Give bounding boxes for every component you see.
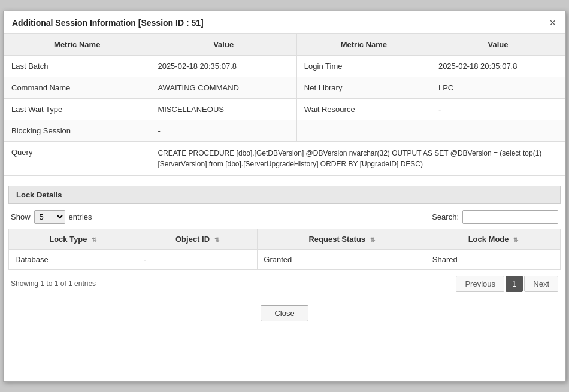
query-row: Query CREATE PROCEDURE [dbo].[GetDBVersi… xyxy=(4,141,565,175)
show-label: Show xyxy=(11,212,31,221)
showing-text: Showing 1 to 1 of 1 entries xyxy=(11,279,96,288)
close-footer-button[interactable]: Close xyxy=(261,305,308,321)
previous-button[interactable]: Previous xyxy=(456,276,504,292)
table-row: Blocking Session - xyxy=(4,120,565,141)
next-button[interactable]: Next xyxy=(524,276,558,292)
lock-table: Lock Type ⇅ Object ID ⇅ Request Status ⇅… xyxy=(8,229,561,270)
query-value: CREATE PROCEDURE [dbo].[GetDBVersion] @D… xyxy=(150,141,565,175)
page-1-button[interactable]: 1 xyxy=(506,276,523,292)
table-row: Last Wait Type MISCELLANEOUS Wait Resour… xyxy=(4,98,565,120)
show-entries-control: Show 5102550100 entries xyxy=(11,210,92,224)
metric-value-1: 2025-02-18 20:35:07.8 xyxy=(150,55,296,77)
lock-mode-cell: Shared xyxy=(426,249,560,269)
object-id-header: Object ID ⇅ xyxy=(137,229,258,249)
lock-mode-sort-icon[interactable]: ⇅ xyxy=(513,236,518,243)
metrics-table: Metric Name Value Metric Name Value Last… xyxy=(4,34,565,176)
metric-name-2: Login Time xyxy=(296,55,431,77)
search-box: Search: xyxy=(432,210,558,224)
lock-controls: Show 5102550100 entries Search: xyxy=(8,210,561,224)
lock-section: Lock Details Show 5102550100 entries Sea… xyxy=(8,186,561,292)
request-status-cell: Granted xyxy=(258,249,426,269)
dialog-close-button[interactable]: × xyxy=(548,17,557,28)
lock-table-row: Database - Granted Shared xyxy=(9,249,561,269)
pagination-buttons: Previous 1 Next xyxy=(456,276,558,292)
lock-type-header: Lock Type ⇅ xyxy=(9,229,137,249)
dialog-container: Additional Session Information [Session … xyxy=(3,11,566,382)
metric-name-2: Wait Resource xyxy=(296,98,431,120)
metric-name-1: Last Wait Type xyxy=(4,98,150,120)
metric-name-2 xyxy=(296,120,431,141)
dialog-title: Additional Session Information [Session … xyxy=(12,18,204,28)
entries-label: entries xyxy=(69,212,92,221)
search-input[interactable] xyxy=(462,210,558,224)
dialog-header: Additional Session Information [Session … xyxy=(4,11,565,34)
metric-name-1: Command Name xyxy=(4,77,150,98)
lock-type-cell: Database xyxy=(9,249,137,269)
metric-value-1: MISCELLANEOUS xyxy=(150,98,296,120)
request-status-header: Request Status ⇅ xyxy=(258,229,426,249)
search-label: Search: xyxy=(432,212,459,221)
object-id-sort-icon[interactable]: ⇅ xyxy=(214,236,219,243)
col-value-1-header: Value xyxy=(150,34,296,55)
metric-name-1: Blocking Session xyxy=(4,120,150,141)
request-status-sort-icon[interactable]: ⇅ xyxy=(370,236,375,243)
table-row: Last Batch 2025-02-18 20:35:07.8 Login T… xyxy=(4,55,565,77)
col-metric-name-2-header: Metric Name xyxy=(296,34,431,55)
metric-value-2: LPC xyxy=(431,77,565,98)
metric-value-1: - xyxy=(150,120,296,141)
metric-value-2: 2025-02-18 20:35:07.8 xyxy=(431,55,565,77)
table-row: Command Name AWAITING COMMAND Net Librar… xyxy=(4,77,565,98)
col-value-2-header: Value xyxy=(431,34,565,55)
entries-select[interactable]: 5102550100 xyxy=(34,210,65,224)
lock-type-sort-icon[interactable]: ⇅ xyxy=(92,236,96,243)
object-id-cell: - xyxy=(137,249,258,269)
col-metric-name-1-header: Metric Name xyxy=(4,34,150,55)
metric-value-2 xyxy=(431,120,565,141)
lock-mode-header: Lock Mode ⇅ xyxy=(426,229,560,249)
metric-name-2: Net Library xyxy=(296,77,431,98)
pagination-row: Showing 1 to 1 of 1 entries Previous 1 N… xyxy=(11,276,558,292)
lock-section-header: Lock Details xyxy=(8,186,561,204)
metric-value-1: AWAITING COMMAND xyxy=(150,77,296,98)
query-metric-name: Query xyxy=(4,141,150,175)
dialog-footer: Close xyxy=(4,296,565,333)
metric-name-1: Last Batch xyxy=(4,55,150,77)
metric-value-2: - xyxy=(431,98,565,120)
